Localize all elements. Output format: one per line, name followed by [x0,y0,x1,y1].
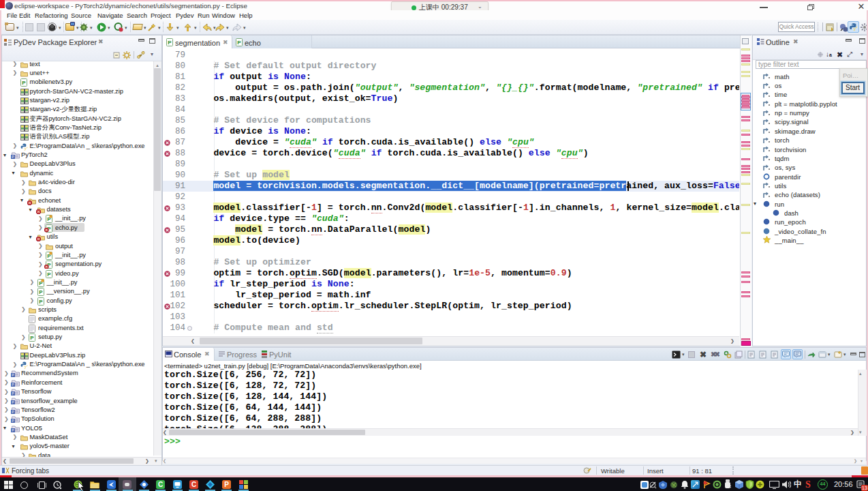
svg-text:P: P [47,271,51,278]
svg-text:P: P [22,80,26,86]
svg-text:P: P [39,299,43,305]
svg-text:P: P [168,40,172,46]
svg-text:P: P [39,289,43,295]
svg-text:P: P [237,40,241,46]
svg-text:P: P [30,335,34,341]
